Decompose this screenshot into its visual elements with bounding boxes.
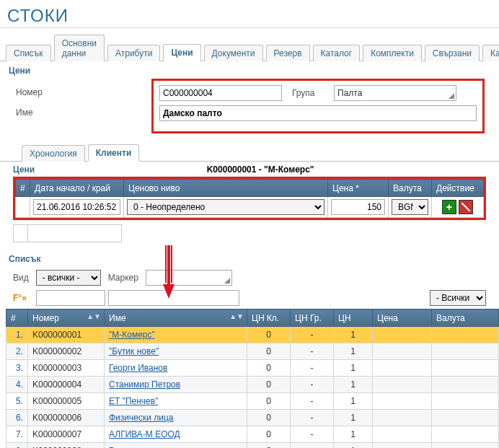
col-action: Действие bbox=[432, 180, 484, 197]
price-grid-highlight: # Дата начало / край Ценово ниво Цена * … bbox=[13, 177, 486, 220]
currency-select[interactable]: BGN bbox=[392, 199, 428, 215]
row-cnkl: 0 bbox=[247, 410, 291, 426]
client-link[interactable]: АЛГИВА-М ЕООД bbox=[109, 429, 180, 439]
number-input[interactable] bbox=[159, 85, 282, 101]
row-index: 8. bbox=[6, 443, 28, 449]
tab-card[interactable]: Картон bbox=[482, 45, 499, 61]
subtab-chronology[interactable]: Хронология bbox=[22, 145, 85, 162]
col-level: Ценово ниво bbox=[124, 180, 328, 197]
remove-row-button[interactable] bbox=[459, 200, 473, 214]
col-price: Цена * bbox=[328, 180, 389, 197]
row-cngr: - bbox=[291, 343, 334, 360]
table-row[interactable]: 1.K000000001М-Комерс0-1 bbox=[6, 327, 499, 343]
tab-catalog[interactable]: Каталог bbox=[313, 45, 361, 61]
row-cur bbox=[432, 377, 499, 393]
sort-icon[interactable]: ▲▼ bbox=[87, 312, 101, 320]
client-link[interactable]: М-Комерс bbox=[109, 330, 155, 340]
row-cnkl: 0 bbox=[247, 360, 291, 377]
name-input[interactable] bbox=[159, 105, 477, 121]
row-index: 3. bbox=[6, 360, 28, 377]
col-currency: Валута bbox=[389, 180, 432, 197]
client-link[interactable]: ЕТ "Пенчев" bbox=[109, 396, 158, 406]
row-name: ЕТ "Пенчев" bbox=[105, 393, 247, 410]
row-name: Физически лица bbox=[105, 410, 247, 426]
row-cnkl: 0 bbox=[247, 443, 291, 449]
page-title: СТОКИ bbox=[0, 0, 499, 28]
tab-prices[interactable]: Цени bbox=[163, 44, 200, 61]
table-row[interactable]: 7.K000000007АЛГИВА-М ЕООД0-1 bbox=[6, 426, 499, 443]
lcol-price[interactable]: Цена bbox=[373, 309, 432, 327]
row-index: 5. bbox=[6, 393, 28, 410]
price-input[interactable] bbox=[331, 199, 385, 215]
filter-toggle[interactable]: F°» bbox=[13, 293, 33, 303]
table-row[interactable]: 4.K000000004Станимир Петров0-1 bbox=[6, 377, 499, 393]
lcol-idx[interactable]: # bbox=[6, 309, 28, 327]
filter-row: F°» - Всички - bbox=[0, 290, 499, 309]
section-prices-label-2: Цени bbox=[13, 164, 35, 175]
client-name: М-Комерс bbox=[268, 164, 310, 175]
filter-all-select[interactable]: - Всички - bbox=[430, 290, 486, 306]
filter-bar: Вид - всички - Маркер bbox=[0, 265, 499, 290]
date-input[interactable] bbox=[33, 199, 120, 215]
row-idx bbox=[16, 197, 30, 218]
label-number: Номер bbox=[16, 84, 72, 105]
tab-list[interactable]: Списък bbox=[6, 45, 51, 61]
client-link[interactable]: Физически лица bbox=[109, 413, 174, 423]
tab-related[interactable]: Свързани bbox=[425, 45, 480, 61]
group-input[interactable]: Палта bbox=[334, 85, 456, 101]
sort-icon[interactable]: ▲▼ bbox=[229, 312, 244, 320]
row-cn: 1 bbox=[334, 393, 373, 410]
section-prices-label: Цени bbox=[0, 61, 499, 77]
row-cngr: - bbox=[291, 410, 334, 426]
lcol-cur[interactable]: Валута bbox=[432, 309, 499, 327]
row-index: 7. bbox=[6, 426, 28, 443]
lcol-num[interactable]: Номер▲▼ bbox=[28, 309, 105, 327]
row-name: АЛГИВА-М ЕООД bbox=[105, 426, 247, 443]
marker-input[interactable] bbox=[146, 270, 232, 286]
subtab-clients[interactable]: Клиенти bbox=[88, 144, 140, 162]
client-link[interactable]: Георги Иванов bbox=[109, 363, 167, 373]
row-cngr: - bbox=[291, 360, 334, 377]
row-num: K000000004 bbox=[28, 377, 105, 393]
row-cn: 1 bbox=[334, 426, 373, 443]
row-num: K000000006 bbox=[28, 410, 105, 426]
table-row[interactable]: 8.K000000008Регинис0-1 bbox=[6, 443, 499, 449]
tab-documents[interactable]: Документи bbox=[204, 45, 263, 61]
table-row[interactable]: 3.K000000003Георги Иванов0-1 bbox=[6, 360, 499, 377]
row-index: 2. bbox=[6, 343, 28, 360]
row-name: Георги Иванов bbox=[105, 360, 247, 377]
clients-list: # Номер▲▼ Име▲▼ ЦН Кл. ЦН Гр. ЦН Цена Ва… bbox=[6, 309, 499, 448]
row-price bbox=[373, 377, 432, 393]
row-num: K000000003 bbox=[28, 360, 105, 377]
table-row[interactable]: 5.K000000005ЕТ "Пенчев"0-1 bbox=[6, 393, 499, 410]
row-cngr: - bbox=[291, 393, 334, 410]
row-cn: 1 bbox=[334, 443, 373, 449]
row-name: Бутик нове bbox=[105, 343, 247, 360]
view-label: Вид bbox=[13, 273, 29, 283]
level-select[interactable]: 0 - Неопределено bbox=[127, 199, 324, 215]
filter-name-input[interactable] bbox=[108, 290, 239, 306]
row-cn: 1 bbox=[334, 377, 373, 393]
view-select[interactable]: - всички - bbox=[36, 270, 101, 286]
row-cur bbox=[432, 343, 499, 360]
tab-sets[interactable]: Комплекти bbox=[363, 45, 422, 61]
tab-attributes[interactable]: Атрибути bbox=[107, 45, 160, 61]
row-cngr: - bbox=[291, 327, 334, 343]
client-link[interactable]: Станимир Петров bbox=[109, 379, 180, 390]
extra-date[interactable] bbox=[28, 226, 121, 242]
row-price bbox=[373, 410, 432, 426]
filter-num-input[interactable] bbox=[36, 290, 105, 306]
row-cn: 1 bbox=[334, 360, 373, 377]
lcol-cn[interactable]: ЦН bbox=[334, 309, 373, 327]
client-link[interactable]: Бутик нове bbox=[109, 346, 159, 356]
col-date: Дата начало / край bbox=[30, 180, 124, 197]
tab-reserve[interactable]: Резерв bbox=[266, 45, 310, 61]
lcol-cngr[interactable]: ЦН Гр. bbox=[291, 309, 334, 327]
main-tabs: Списък Основни данни Атрибути Цени Докум… bbox=[0, 34, 499, 61]
lcol-cnkl[interactable]: ЦН Кл. bbox=[247, 309, 291, 327]
table-row[interactable]: 6.K000000006Физически лица0-1 bbox=[6, 410, 499, 426]
table-row[interactable]: 2.K000000002Бутик нове0-1 bbox=[6, 343, 499, 360]
tab-basic-data[interactable]: Основни данни bbox=[54, 35, 105, 61]
add-row-button[interactable]: + bbox=[442, 200, 456, 214]
lcol-name[interactable]: Име▲▼ bbox=[105, 309, 247, 327]
